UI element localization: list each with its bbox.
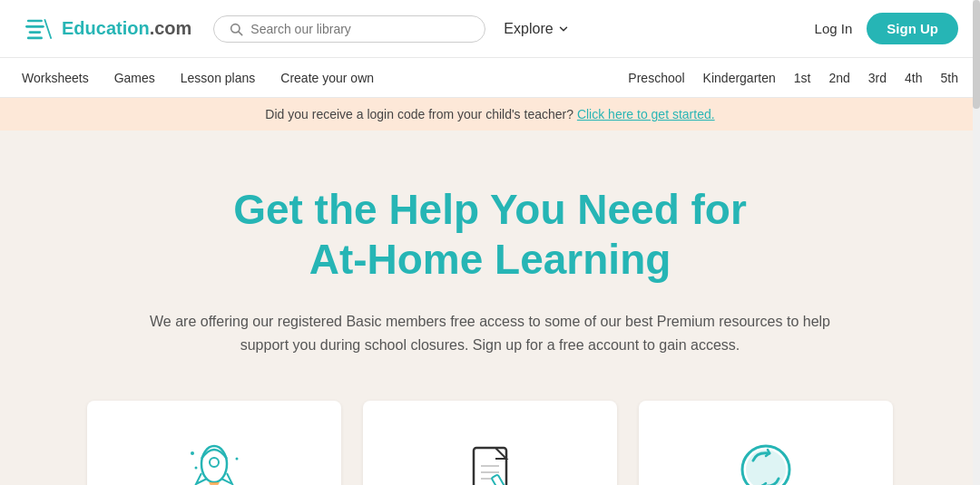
grade-item-preschool[interactable]: Preschool bbox=[628, 71, 684, 85]
nav-item-worksheets[interactable]: Worksheets bbox=[22, 67, 89, 89]
nav-item-create-your-own[interactable]: Create your own bbox=[280, 67, 374, 89]
svg-point-12 bbox=[195, 466, 198, 469]
card-weekly-boost: Weekly Boost Grade specific, educator-cu… bbox=[87, 401, 341, 485]
signup-button[interactable]: Sign Up bbox=[867, 13, 958, 44]
svg-rect-0 bbox=[22, 13, 54, 45]
info-banner: Did you receive a login code from your c… bbox=[0, 98, 980, 131]
scrollbar-track[interactable] bbox=[973, 0, 980, 485]
feature-cards: Weekly Boost Grade specific, educator-cu… bbox=[22, 401, 958, 485]
svg-point-9 bbox=[210, 458, 219, 467]
svg-point-10 bbox=[191, 451, 194, 455]
explore-button[interactable]: Explore bbox=[504, 21, 569, 37]
logo-icon bbox=[22, 13, 54, 45]
card-independent-study: Independent Study Packets A week of lear… bbox=[363, 401, 617, 485]
nav-left: Worksheets Games Lesson plans Create you… bbox=[22, 67, 374, 89]
weekly-boost-icon bbox=[178, 433, 250, 485]
grade-item-5th[interactable]: 5th bbox=[941, 71, 958, 85]
card-guided-lessons: Guided Lessons Practice key skills throu… bbox=[639, 401, 893, 485]
header: Education.com Explore Log In Sign Up bbox=[0, 0, 980, 58]
banner-text: Did you receive a login code from your c… bbox=[265, 107, 573, 121]
banner-link[interactable]: Click here to get started. bbox=[577, 107, 715, 121]
search-icon bbox=[229, 22, 243, 36]
svg-point-8 bbox=[201, 446, 227, 482]
scrollbar-thumb[interactable] bbox=[973, 0, 980, 109]
grade-item-4th[interactable]: 4th bbox=[905, 71, 922, 85]
chevron-down-icon bbox=[557, 23, 570, 35]
svg-line-7 bbox=[239, 32, 242, 35]
svg-line-5 bbox=[44, 19, 51, 39]
svg-rect-17 bbox=[492, 474, 507, 485]
hero-description: We are offering our registered Basic mem… bbox=[136, 310, 844, 356]
svg-point-11 bbox=[236, 457, 239, 460]
nav-item-lesson-plans[interactable]: Lesson plans bbox=[181, 67, 256, 89]
grade-item-kindergarten[interactable]: Kindergarten bbox=[703, 71, 776, 85]
hero-heading: Get the Help You Need for At-Home Learni… bbox=[22, 185, 958, 285]
guided-lessons-icon bbox=[730, 433, 802, 485]
nav-bar: Worksheets Games Lesson plans Create you… bbox=[0, 58, 980, 98]
independent-study-icon bbox=[454, 433, 526, 485]
search-bar bbox=[213, 15, 485, 43]
nav-item-games[interactable]: Games bbox=[114, 67, 155, 89]
search-input[interactable] bbox=[250, 22, 470, 36]
login-button[interactable]: Log In bbox=[815, 21, 853, 36]
logo[interactable]: Education.com bbox=[22, 13, 191, 45]
grade-item-3rd[interactable]: 3rd bbox=[868, 71, 887, 85]
logo-text: Education.com bbox=[62, 18, 191, 39]
nav-right: Preschool Kindergarten 1st 2nd 3rd 4th 5… bbox=[628, 71, 958, 85]
hero-section: Get the Help You Need for At-Home Learni… bbox=[0, 131, 980, 485]
grade-item-2nd[interactable]: 2nd bbox=[828, 71, 849, 85]
grade-item-1st[interactable]: 1st bbox=[794, 71, 811, 85]
